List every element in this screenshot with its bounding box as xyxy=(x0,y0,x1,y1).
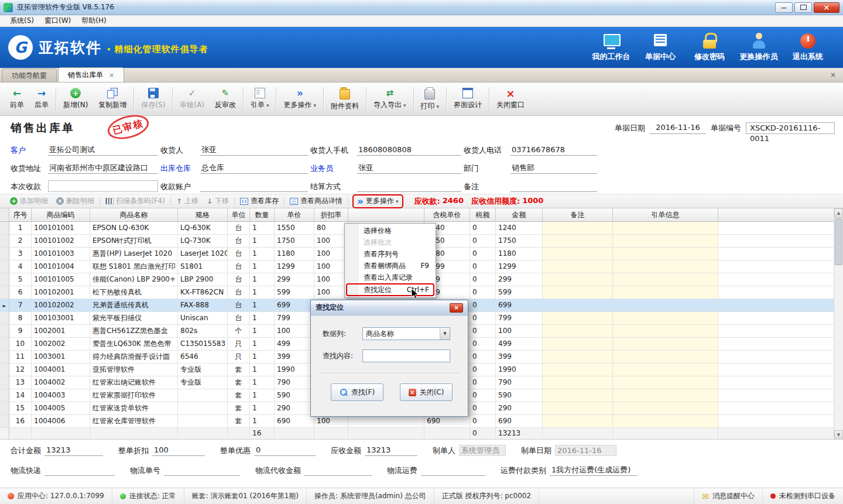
cell-seq[interactable]: 12 xyxy=(9,364,32,376)
cell-qty[interactable]: 1 xyxy=(250,338,275,351)
close-button[interactable] xyxy=(814,2,839,13)
cell-amount[interactable]: 590 xyxy=(496,389,543,402)
cell-unit[interactable]: 套 xyxy=(228,376,250,389)
cell-code[interactable]: 100102001 xyxy=(32,286,90,299)
cell-seq[interactable]: 14 xyxy=(9,389,32,402)
cell-unit[interactable]: 套 xyxy=(228,415,250,428)
cell-qty[interactable]: 1 xyxy=(250,351,275,364)
cell-qty[interactable]: 1 xyxy=(250,402,275,415)
row-selector[interactable] xyxy=(0,402,9,415)
cell-ref[interactable] xyxy=(613,299,718,312)
cell-ref[interactable] xyxy=(613,325,718,338)
logistics-cod-amount-value[interactable] xyxy=(304,465,372,476)
row-selector[interactable] xyxy=(0,325,9,338)
cell-unit[interactable]: 套 xyxy=(228,364,250,376)
cell-note[interactable] xyxy=(543,402,613,415)
remark-value[interactable] xyxy=(510,180,597,192)
cell-discount[interactable]: 100 xyxy=(314,286,348,299)
cell-seq[interactable]: 8 xyxy=(9,312,32,325)
cell-code[interactable]: 100102002 xyxy=(32,299,90,312)
cell-qty[interactable]: 1 xyxy=(250,286,275,299)
cell-code[interactable]: 100101002 xyxy=(32,235,90,248)
col-header-amount[interactable]: 金额 xyxy=(496,208,543,222)
cell-note[interactable] xyxy=(543,325,613,338)
delivery-address-value[interactable]: 河南省郑州市中原区建设路口 xyxy=(48,162,158,174)
dialog-close-button[interactable]: 关闭(C) xyxy=(400,383,453,401)
cell-note[interactable] xyxy=(543,312,613,325)
doc-date-field[interactable]: 2016-11-16 xyxy=(650,123,706,134)
cell-spec[interactable]: 专业版 xyxy=(178,376,228,389)
cell-tax[interactable]: 0 xyxy=(470,351,496,364)
cell-price[interactable]: 1750 xyxy=(275,235,314,248)
toolbar-add-button[interactable]: 新增(N) xyxy=(58,85,93,112)
cell-price[interactable]: 1550 xyxy=(275,222,314,235)
scan-barcode-button[interactable]: 扫描条形码(F4) xyxy=(101,195,169,207)
cell-tax[interactable]: 0 xyxy=(470,312,496,325)
cell-code[interactable]: 1003001 xyxy=(32,351,90,364)
toolbar-prev-button[interactable]: 前单 xyxy=(5,85,29,112)
cell-unit[interactable]: 台 xyxy=(228,299,250,312)
cell-name[interactable]: 佳能(Canon) LBP 2900+ xyxy=(90,273,178,286)
cell-qty[interactable]: 1 xyxy=(250,376,275,389)
menu-item-select-batch[interactable]: 选择批次 xyxy=(346,236,434,248)
toolbar-attach-button[interactable]: 附件资料 xyxy=(325,84,364,114)
col-header-tax[interactable]: 税额 xyxy=(470,208,496,222)
cell-seq[interactable]: 6 xyxy=(9,286,32,299)
cell-discount[interactable]: 100 xyxy=(314,235,348,248)
cell-qty[interactable]: 1 xyxy=(250,364,275,376)
toolbar-more-button[interactable]: 更多操作 xyxy=(278,85,321,112)
cell-code[interactable]: 1002001 xyxy=(32,325,90,338)
cell-spec[interactable]: LaserJet 1020 xyxy=(178,248,228,260)
cell-tax[interactable]: 0 xyxy=(470,286,496,299)
status-message-center[interactable]: 消息提醒中心 xyxy=(694,488,762,504)
cell-spec[interactable] xyxy=(178,415,228,428)
consignee-value[interactable]: 张亚 xyxy=(200,144,308,156)
cell-seq[interactable]: 11 xyxy=(9,351,32,364)
cell-name[interactable]: 紫光平板扫描仪 xyxy=(90,312,178,325)
row-selector[interactable] xyxy=(0,389,9,402)
cell-tax[interactable]: 0 xyxy=(470,376,496,389)
row-selector[interactable] xyxy=(0,351,9,364)
header-nav-switch-user[interactable]: 更换操作员 xyxy=(735,33,782,62)
cell-unit[interactable]: 台 xyxy=(228,260,250,273)
find-content-input[interactable] xyxy=(362,349,450,362)
cell-ref[interactable] xyxy=(613,389,718,402)
vertical-scrollbar[interactable] xyxy=(834,208,843,440)
cell-code[interactable]: 100103001 xyxy=(32,312,90,325)
cell-name[interactable]: 红管家仓库管理软件 xyxy=(90,415,178,428)
cell-spec[interactable]: LQ-630K xyxy=(178,222,228,235)
cell-unit[interactable]: 台 xyxy=(228,235,250,248)
header-nav-doc-center[interactable]: 单据中心 xyxy=(637,33,684,62)
cell-ref[interactable] xyxy=(613,351,718,364)
move-down-button[interactable]: 下移 xyxy=(203,195,233,207)
consignee-mobile-value[interactable]: 18608080808 xyxy=(357,144,461,156)
cell-name[interactable]: 得力经典防滑握手设计圆 xyxy=(90,351,178,364)
scroll-up-icon[interactable] xyxy=(834,208,843,218)
cell-spec[interactable]: C13S015583 xyxy=(178,338,228,351)
cell-seq[interactable]: 7 xyxy=(9,299,32,312)
cell-qty[interactable]: 1 xyxy=(250,415,275,428)
cell-code[interactable]: 1004002 xyxy=(32,376,90,389)
cell-price[interactable]: 100 xyxy=(275,325,314,338)
col-header-spec[interactable]: 规格 xyxy=(178,208,228,222)
cell-price[interactable]: 399 xyxy=(275,351,314,364)
consignee-phone-value[interactable]: 03716678678 xyxy=(510,144,597,156)
order-reduction-value[interactable]: 0 xyxy=(254,445,316,456)
cell-qty[interactable]: 1 xyxy=(250,222,275,235)
cell-ref[interactable] xyxy=(613,415,718,428)
dialog-close-icon[interactable] xyxy=(450,303,463,313)
menu-item-view-serial-number[interactable]: 查看序列号 xyxy=(346,248,434,260)
scrollbar-thumb[interactable] xyxy=(835,218,842,265)
cell-code[interactable]: 100101001 xyxy=(32,222,90,235)
cell-name[interactable]: 红管家票据打印软件 xyxy=(90,389,178,402)
cell-amount[interactable]: 699 xyxy=(496,299,543,312)
cell-name[interactable]: 爱普生LQ630K 黑色色带 xyxy=(90,338,178,351)
toolbar-close-win-button[interactable]: 关闭窗口 xyxy=(491,85,530,112)
cell-code[interactable]: 1004006 xyxy=(32,415,90,428)
cell-price[interactable]: 1990 xyxy=(275,364,314,376)
cell-amount[interactable]: 1750 xyxy=(496,235,543,248)
tab-nav-window[interactable]: 功能导航窗 xyxy=(2,68,57,82)
find-button[interactable]: 查找(F) xyxy=(331,383,383,401)
cell-amount[interactable]: 290 xyxy=(496,402,543,415)
cell-price[interactable]: 699 xyxy=(275,299,314,312)
